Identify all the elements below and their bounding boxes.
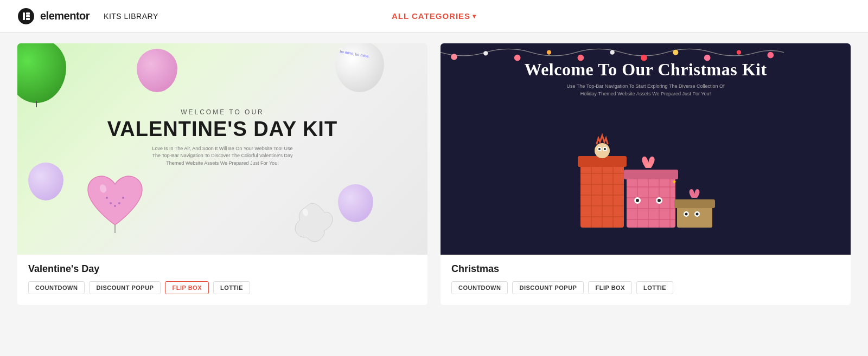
christmas-title: Christmas: [451, 263, 840, 275]
christmas-tag-lottie[interactable]: LOTTIE: [636, 281, 673, 294]
gifts-illustration: ✦: [575, 130, 716, 238]
kits-grid: WELCOME TO OUR VALENTINE'S DAY KIT Love …: [0, 33, 868, 322]
valentines-description: Love Is In The Air, And Soon It Will Be …: [152, 145, 293, 167]
tag-flip-box[interactable]: FLIP BOX: [165, 281, 209, 294]
logo-area: elementor KITS LIBRARY: [17, 8, 158, 25]
kit-card-valentines[interactable]: WELCOME TO OUR VALENTINE'S DAY KIT Love …: [17, 43, 427, 305]
elementor-logo-icon: [17, 8, 35, 25]
svg-rect-56: [674, 199, 715, 208]
kit-card-christmas[interactable]: Welcome To Our Christmas Kit Use The Top…: [441, 43, 851, 305]
svg-point-52: [636, 199, 639, 202]
lavender-balloon: [28, 163, 63, 200]
christmas-kit-name: Welcome To Our Christmas Kit: [441, 60, 851, 80]
svg-rect-3: [26, 15, 30, 17]
pink-balloon-top: [137, 49, 177, 92]
svg-rect-39: [627, 176, 675, 228]
christmas-preview: Welcome To Our Christmas Kit Use The Top…: [441, 43, 851, 255]
svg-point-9: [118, 202, 120, 204]
valentines-title-area: WELCOME TO OUR VALENTINE'S DAY KIT Love …: [17, 108, 427, 167]
svg-rect-55: [677, 205, 712, 228]
valentines-info: Valentine's Day COUNTDOWN DISCOUNT POPUP…: [17, 255, 427, 305]
svg-rect-4: [26, 18, 30, 20]
categories-caret-icon: ▾: [473, 12, 476, 20]
heart-balloon: [82, 173, 148, 233]
christmas-description: Use The Top-Bar Navigation To Start Expl…: [564, 83, 727, 98]
christmas-info: Christmas COUNTDOWN DISCOUNT POPUP FLIP …: [441, 255, 851, 305]
svg-point-10: [122, 197, 124, 199]
valentines-kit-name: VALENTINE'S DAY KIT: [17, 118, 427, 141]
svg-point-7: [110, 202, 112, 204]
valentines-preview: WELCOME TO OUR VALENTINE'S DAY KIT Love …: [17, 43, 427, 255]
svg-point-6: [106, 197, 108, 199]
tag-discount-popup[interactable]: DISCOUNT POPUP: [89, 281, 161, 294]
svg-rect-2: [26, 12, 30, 15]
all-categories-button[interactable]: ALL CATEGORIES ▾: [392, 11, 476, 21]
star-balloon: [289, 200, 335, 244]
svg-point-8: [114, 205, 116, 207]
svg-point-37: [598, 148, 601, 150]
svg-rect-1: [23, 12, 25, 20]
svg-point-18: [610, 50, 614, 55]
header: elementor KITS LIBRARY ALL CATEGORIES ▾: [0, 0, 868, 33]
christmas-tags: COUNTDOWN DISCOUNT POPUP FLIP BOX LOTTIE: [451, 281, 840, 294]
svg-point-22: [737, 50, 741, 55]
svg-point-14: [483, 51, 488, 55]
svg-point-59: [685, 213, 688, 216]
christmas-tag-countdown[interactable]: COUNTDOWN: [451, 281, 508, 294]
christmas-tag-discount-popup[interactable]: DISCOUNT POPUP: [512, 281, 584, 294]
svg-point-16: [547, 50, 551, 55]
categories-label: ALL CATEGORIES: [392, 11, 470, 21]
svg-point-34: [595, 143, 610, 158]
svg-point-53: [658, 199, 661, 202]
svg-text:✦: ✦: [672, 178, 677, 186]
valentines-tags: COUNTDOWN DISCOUNT POPUP FLIP BOX LOTTIE: [28, 281, 417, 294]
lavender-balloon-2: [338, 184, 373, 222]
logo-text: elementor: [40, 10, 90, 22]
white-balloon-top: [335, 43, 384, 92]
tag-countdown[interactable]: COUNTDOWN: [28, 281, 85, 294]
svg-point-23: [767, 52, 774, 59]
valentines-welcome: WELCOME TO OUR: [17, 108, 427, 116]
svg-point-38: [604, 148, 606, 150]
svg-rect-48: [624, 170, 678, 179]
green-balloon: [17, 43, 66, 103]
christmas-tag-flip-box[interactable]: FLIP BOX: [588, 281, 632, 294]
svg-point-60: [696, 213, 699, 216]
kits-library-label: KITS LIBRARY: [104, 12, 158, 21]
tag-lottie[interactable]: LOTTIE: [213, 281, 250, 294]
christmas-title-area: Welcome To Our Christmas Kit Use The Top…: [441, 60, 851, 98]
svg-point-49: [646, 163, 650, 167]
svg-point-20: [673, 50, 678, 55]
valentines-title: Valentine's Day: [28, 263, 417, 275]
